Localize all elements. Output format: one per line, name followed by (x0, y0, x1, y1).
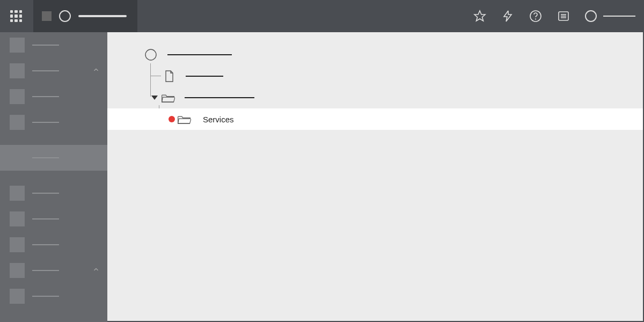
chevron-up-icon[interactable] (92, 266, 100, 275)
sidebar-item-label (32, 96, 59, 97)
sidebar-item-icon (10, 38, 25, 53)
expand-toggle-icon[interactable] (151, 96, 158, 100)
folder-open-icon (161, 91, 175, 105)
sidebar-item-label (32, 296, 59, 297)
sidebar-item-icon (10, 150, 25, 165)
tree-node-services[interactable]: Services (107, 108, 643, 130)
status-badge-icon (169, 116, 175, 122)
circle-icon (144, 48, 158, 62)
header-actions (473, 10, 635, 23)
sidebar-item-label (32, 122, 59, 123)
content-tree: Services (107, 32, 643, 130)
sidebar-item-4[interactable] (0, 145, 107, 171)
document-icon (162, 69, 176, 83)
sidebar-item-0[interactable] (0, 32, 107, 58)
sidebar-item-1[interactable] (0, 58, 107, 84)
tab-app-icon (42, 11, 52, 21)
svg-point-1 (530, 11, 541, 21)
sidebar-item-8[interactable] (0, 258, 107, 283)
sidebar-item-label (32, 218, 59, 219)
sidebar-item-icon (10, 289, 25, 304)
folder-open-icon (177, 112, 191, 126)
tab-title (78, 15, 127, 17)
help-icon[interactable] (529, 10, 542, 23)
tree-node-label (186, 76, 223, 77)
sidebar-item-label (32, 270, 59, 271)
active-tab[interactable] (33, 0, 137, 32)
sidebar-item-7[interactable] (0, 232, 107, 258)
chevron-up-icon[interactable] (92, 66, 100, 76)
sidebar-item-label (32, 157, 59, 158)
tab-status-icon (59, 10, 71, 22)
sidebar-item-label (32, 193, 59, 194)
tree-root[interactable] (107, 44, 643, 65)
lightning-icon[interactable] (501, 10, 514, 23)
sidebar-item-icon (10, 63, 25, 78)
tree-node-document[interactable] (107, 65, 643, 87)
sidebar (0, 32, 107, 322)
user-name (603, 16, 635, 17)
apps-launcher-icon[interactable] (9, 9, 24, 24)
tree-node-label (185, 97, 254, 98)
svg-marker-0 (474, 11, 485, 21)
tree-node-label (167, 54, 232, 55)
sidebar-item-label (32, 244, 59, 245)
sidebar-item-icon (10, 237, 25, 252)
tree-node-label: Services (203, 115, 234, 124)
user-avatar-icon (585, 10, 597, 22)
sidebar-item-3[interactable] (0, 109, 107, 135)
sidebar-item-icon (10, 89, 25, 104)
star-icon[interactable] (473, 10, 486, 23)
sidebar-item-icon (10, 115, 25, 130)
svg-point-7 (145, 49, 156, 60)
sidebar-item-icon (10, 263, 25, 278)
sidebar-item-9[interactable] (0, 283, 107, 309)
sidebar-item-label (32, 70, 59, 71)
tree-node-folder[interactable] (107, 87, 643, 108)
sidebar-item-label (32, 45, 59, 46)
sidebar-item-2[interactable] (0, 84, 107, 109)
app-header (0, 0, 644, 32)
sidebar-item-6[interactable] (0, 206, 107, 232)
sidebar-item-5[interactable] (0, 180, 107, 206)
user-menu[interactable] (585, 10, 635, 22)
sidebar-item-icon (10, 186, 25, 201)
sidebar-item-icon (10, 211, 25, 226)
list-panel-icon[interactable] (557, 10, 570, 23)
main-content: Services (107, 32, 643, 321)
